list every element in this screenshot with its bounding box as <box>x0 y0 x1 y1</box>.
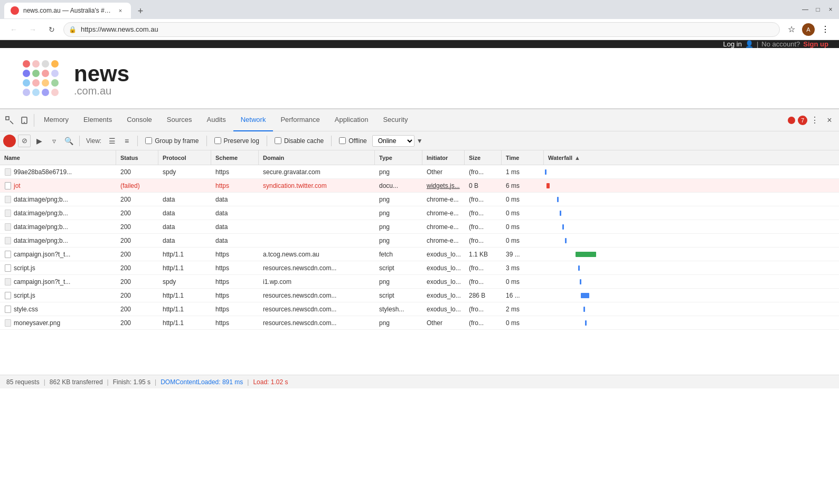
tab-security[interactable]: Security <box>375 109 415 131</box>
th-type[interactable]: Type <box>375 150 422 165</box>
view-list-button[interactable]: ☰ <box>106 135 118 147</box>
td-time: 2 ms <box>502 302 544 316</box>
disable-cache-checkbox[interactable] <box>275 137 281 144</box>
th-size[interactable]: Size <box>465 150 502 165</box>
table-row[interactable]: moneysaver.png 200 http/1.1 https resour… <box>0 316 839 330</box>
preserve-log-label[interactable]: Preserve log <box>211 137 262 145</box>
browser-tab[interactable]: news.com.au — Australia's #1 ne × <box>4 3 131 18</box>
table-row[interactable]: script.js 200 http/1.1 https resources.n… <box>0 261 839 275</box>
td-scheme: https <box>211 179 259 192</box>
profile-button[interactable]: A <box>801 22 816 37</box>
minimize-button[interactable]: — <box>801 5 809 14</box>
th-initiator[interactable]: Initiator <box>422 150 465 165</box>
td-initiator: exodus_lo... <box>422 289 465 302</box>
tab-console[interactable]: Console <box>119 109 159 131</box>
th-status[interactable]: Status <box>116 150 158 165</box>
tab-audits[interactable]: Audits <box>200 109 233 131</box>
table-row[interactable]: data:image/png;b... 200 data data png ch… <box>0 220 839 234</box>
table-row[interactable]: campaign.json?t_t... 200 spdy https i1.w… <box>0 275 839 289</box>
forward-button[interactable]: → <box>25 22 40 37</box>
maximize-button[interactable]: □ <box>814 5 822 14</box>
bookmark-button[interactable]: ☆ <box>784 22 799 37</box>
th-name[interactable]: Name <box>0 150 116 165</box>
devtools-more-button[interactable]: ⋮ <box>807 113 822 128</box>
file-type-icon <box>4 182 12 189</box>
tab-memory[interactable]: Memory <box>36 109 76 131</box>
view-tree-button[interactable]: ≡ <box>120 135 133 147</box>
td-initiator: chrome-e... <box>422 234 465 247</box>
signup-link[interactable]: Sign up <box>803 40 828 48</box>
svg-point-14 <box>42 89 49 96</box>
record-button[interactable] <box>3 135 16 147</box>
td-scheme: https <box>211 165 259 178</box>
waterfall-bar <box>565 238 567 243</box>
th-protocol[interactable]: Protocol <box>158 150 211 165</box>
td-scheme: data <box>211 220 259 233</box>
tab-performance[interactable]: Performance <box>273 109 327 131</box>
td-protocol: http/1.1 <box>158 316 211 329</box>
tab-close-button[interactable]: × <box>116 6 125 15</box>
device-toolbar-button[interactable] <box>17 113 32 128</box>
inspect-element-button[interactable] <box>2 113 17 128</box>
clear-button[interactable]: ⊘ <box>18 135 31 147</box>
camera-button[interactable]: ▶ <box>33 135 45 147</box>
table-row[interactable]: data:image/png;b... 200 data data png ch… <box>0 234 839 248</box>
new-tab-button[interactable]: + <box>133 4 148 18</box>
filter-button[interactable]: ▿ <box>48 135 60 147</box>
offline-checkbox[interactable] <box>339 137 346 144</box>
td-time: 0 ms <box>502 316 544 329</box>
search-button[interactable]: 🔍 <box>62 135 75 147</box>
throttle-arrow[interactable]: ▼ <box>417 137 423 145</box>
tab-elements[interactable]: Elements <box>76 109 119 131</box>
file-type-icon <box>4 196 12 203</box>
table-row[interactable]: jot (failed) https syndication.twitter.c… <box>0 179 839 193</box>
group-by-frame-label[interactable]: Group by frame <box>142 137 202 145</box>
td-type: png <box>375 193 422 206</box>
table-row[interactable]: data:image/png;b... 200 data data png ch… <box>0 193 839 206</box>
tab-network[interactable]: Network <box>233 109 274 131</box>
toolbar-sep-5 <box>331 136 332 146</box>
td-scheme: https <box>211 261 259 274</box>
group-by-frame-checkbox[interactable] <box>145 137 152 144</box>
svg-point-2 <box>42 60 49 68</box>
logo-dots-svg <box>21 59 69 101</box>
th-scheme[interactable]: Scheme <box>211 150 259 165</box>
status-sep-4: | <box>247 378 249 386</box>
th-time[interactable]: Time <box>502 150 544 165</box>
url-input[interactable] <box>63 22 780 37</box>
close-window-button[interactable]: × <box>826 5 835 14</box>
toolbar-sep-2 <box>137 136 138 146</box>
refresh-button[interactable]: ↻ <box>44 22 59 37</box>
back-button[interactable]: ← <box>6 22 21 37</box>
table-row[interactable]: 99ae28ba58e6719... 200 spdy https secure… <box>0 165 839 179</box>
tab-application[interactable]: Application <box>327 109 376 131</box>
waterfall-bar <box>576 252 596 257</box>
td-waterfall <box>544 165 839 178</box>
menu-button[interactable]: ⋮ <box>818 22 833 37</box>
td-status: 200 <box>116 234 158 247</box>
th-domain[interactable]: Domain <box>259 150 375 165</box>
login-link[interactable]: Log in <box>723 40 742 48</box>
lock-icon: 🔒 <box>69 26 77 33</box>
logo-main-text: news <box>74 61 129 86</box>
svg-point-7 <box>51 70 59 77</box>
table-row[interactable]: campaign.json?t_t... 200 http/1.1 https … <box>0 248 839 261</box>
devtools-close-button[interactable]: × <box>822 113 837 128</box>
file-type-icon <box>4 278 12 286</box>
offline-label[interactable]: Offline <box>336 137 370 145</box>
svg-point-1 <box>32 60 40 68</box>
svg-point-3 <box>51 60 59 68</box>
disable-cache-label[interactable]: Disable cache <box>271 137 327 145</box>
error-icon <box>787 116 796 125</box>
table-row[interactable]: style.css 200 http/1.1 https resources.n… <box>0 302 839 316</box>
preserve-log-checkbox[interactable] <box>214 137 221 144</box>
table-row[interactable]: script.js 200 http/1.1 https resources.n… <box>0 289 839 302</box>
td-type: png <box>375 316 422 329</box>
td-status: 200 <box>116 165 158 178</box>
tab-sources[interactable]: Sources <box>159 109 200 131</box>
td-domain: a.tcog.news.com.au <box>259 248 375 261</box>
browser-titlebar: news.com.au — Australia's #1 ne × + — □ … <box>0 0 839 19</box>
table-row[interactable]: data:image/png;b... 200 data data png ch… <box>0 206 839 220</box>
throttle-select[interactable]: OnlineFast 3GSlow 3GOffline <box>372 135 414 147</box>
th-waterfall[interactable]: Waterfall▲ <box>544 150 839 165</box>
